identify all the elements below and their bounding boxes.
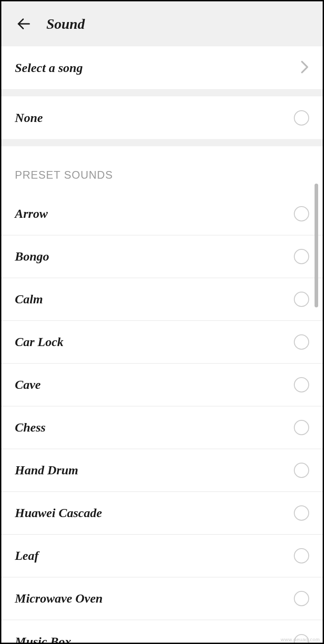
preset-sounds-list: Arrow Bongo Calm Car Lock Cave Chess Han… bbox=[1, 193, 323, 644]
radio-button[interactable] bbox=[294, 420, 309, 435]
list-item-label: Microwave Oven bbox=[15, 591, 103, 606]
radio-button[interactable] bbox=[294, 292, 309, 307]
list-item[interactable]: Arrow bbox=[1, 193, 323, 235]
list-item[interactable]: Cave bbox=[1, 364, 323, 406]
list-item[interactable]: Microwave Oven bbox=[1, 577, 323, 620]
watermark: www.deuaq.com bbox=[281, 637, 320, 642]
list-item[interactable]: Car Lock bbox=[1, 321, 323, 364]
list-item-label: Leaf bbox=[15, 549, 39, 563]
back-button[interactable] bbox=[15, 15, 33, 33]
list-item-label: Huawei Cascade bbox=[15, 506, 102, 520]
divider-gap bbox=[1, 139, 323, 146]
list-item-label: Arrow bbox=[15, 207, 48, 221]
list-item[interactable]: Calm bbox=[1, 278, 323, 321]
radio-button[interactable] bbox=[294, 110, 309, 126]
list-item-label: Chess bbox=[15, 420, 45, 435]
list-item[interactable]: Hand Drum bbox=[1, 449, 323, 492]
preset-sounds-header: PRESET SOUNDS bbox=[1, 146, 323, 193]
list-item-label: Music Box bbox=[15, 635, 71, 644]
scrollbar[interactable] bbox=[315, 184, 318, 307]
radio-button[interactable] bbox=[294, 377, 309, 392]
list-item-label: Bongo bbox=[15, 249, 49, 264]
list-item-label: Calm bbox=[15, 292, 43, 306]
radio-button[interactable] bbox=[294, 591, 309, 606]
select-song-label: Select a song bbox=[15, 61, 83, 75]
chevron-right-icon bbox=[300, 60, 309, 76]
header: Sound bbox=[1, 1, 323, 46]
back-arrow-icon bbox=[16, 16, 32, 32]
list-item-label: Cave bbox=[15, 378, 41, 392]
list-item[interactable]: Huawei Cascade bbox=[1, 492, 323, 535]
none-label: None bbox=[15, 111, 43, 125]
radio-button[interactable] bbox=[294, 505, 309, 521]
divider-gap bbox=[1, 89, 323, 96]
list-item[interactable]: Bongo bbox=[1, 235, 323, 278]
radio-button[interactable] bbox=[294, 334, 309, 350]
list-item-label: Car Lock bbox=[15, 335, 63, 349]
radio-button[interactable] bbox=[294, 548, 309, 563]
page-title: Sound bbox=[46, 16, 85, 32]
list-item[interactable]: Chess bbox=[1, 406, 323, 449]
select-song-row[interactable]: Select a song bbox=[1, 46, 323, 89]
list-item[interactable]: Music Box bbox=[1, 620, 323, 644]
radio-button[interactable] bbox=[294, 206, 309, 221]
radio-button[interactable] bbox=[294, 463, 309, 478]
list-item-label: Hand Drum bbox=[15, 463, 78, 477]
none-row[interactable]: None bbox=[1, 96, 323, 139]
list-item[interactable]: Leaf bbox=[1, 535, 323, 577]
radio-button[interactable] bbox=[294, 249, 309, 264]
